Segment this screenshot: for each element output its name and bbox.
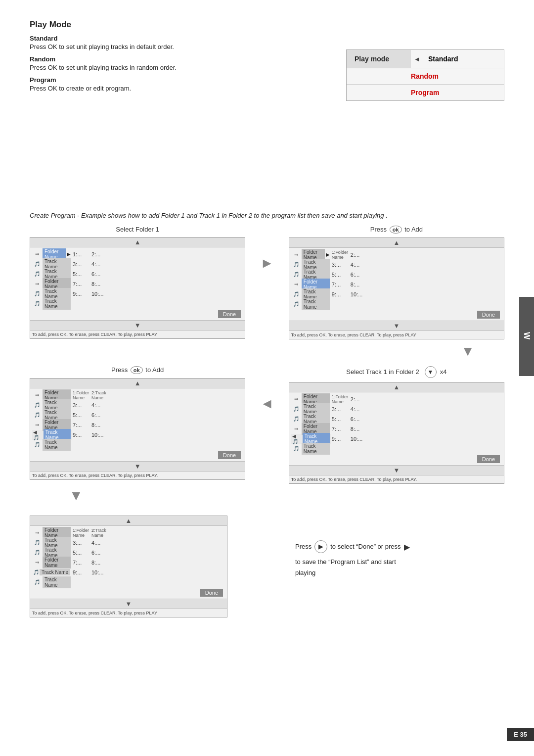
prog-bottom-arrow-3: ▼ xyxy=(30,461,245,471)
music-icon: 🎵 xyxy=(33,271,41,277)
menu-row-program[interactable]: Program xyxy=(347,85,504,100)
prog-footer-1: To add, press OK. To erase, press CLEAR.… xyxy=(30,330,245,338)
prog-box-5: ▲ ⇒ Folder Name 🎵 Track Name 🎵 Track Nam… xyxy=(30,516,227,617)
play-arrow: ▶ xyxy=(404,540,410,554)
prog-footer-3: To add, press OK. To erase, press CLEAR.… xyxy=(30,471,245,479)
list-item: 🎵 Track Name xyxy=(32,567,72,577)
prog-numbers-3: 1:Folder Name2:Track Name 3:...4:... 5:.… xyxy=(72,390,243,450)
select-done-text: to select “Done” or press xyxy=(330,541,400,552)
prog-box-1: ▲ ⇒ Folder Name ▶ 🎵 Track Name 🎵 T xyxy=(30,237,245,339)
list-item: 🎵 Track Name xyxy=(32,259,72,269)
diagram-2: Press ok to Add ▲ ⇒ Folder Name ▶ 🎵 Trac… xyxy=(289,226,504,339)
done-button-1[interactable]: Done xyxy=(218,310,241,318)
prog-footer-4: To add, press OK. To erase, press CLEAR.… xyxy=(289,475,504,483)
triangle-btn: ▶ xyxy=(314,540,327,553)
list-item: 🎵 Track Name xyxy=(32,577,72,587)
prog-top-arrow-5: ▲ xyxy=(30,516,227,526)
music-icon: 🎵 xyxy=(33,402,41,408)
done-button-2[interactable]: Done xyxy=(477,311,500,319)
folder-icon: ⇒ xyxy=(292,396,300,402)
music-icon: 🎵 xyxy=(292,416,300,422)
prog-box-3: ▲ ⇒ Folder Name 🎵 Track Name 🎵 Track Nam… xyxy=(30,378,245,480)
menu-label-play-mode: Play mode xyxy=(347,50,411,68)
diagram-4: Select Track 1 in Folder 2 ▼ x4 ▲ ⇒ Fold… xyxy=(289,366,504,484)
prog-numbers-4: 1:Folder Name2:... 3:...4:... 5:...6:...… xyxy=(331,394,502,454)
diagram-5: ▲ ⇒ Folder Name 🎵 Track Name 🎵 Track Nam… xyxy=(30,516,285,617)
list-item: ⇒ Folder Name xyxy=(32,558,72,567)
prog-top-arrow-2: ▲ xyxy=(289,238,504,248)
prog-bottom-arrow-1: ▼ xyxy=(30,320,245,330)
list-item: 🎵 Track Name xyxy=(32,269,72,279)
list-item: 🎵 Track Name xyxy=(291,414,331,424)
music-icon: 🎵 xyxy=(33,412,41,418)
diagram-1: Select Folder 1 ▲ ⇒ Folder Name ▶ 🎵 Trac… xyxy=(30,226,245,339)
list-item: 🎵 Track Name xyxy=(291,299,331,309)
list-item: 🎵 Track Name xyxy=(32,440,72,450)
done-button-5[interactable]: Done xyxy=(200,589,223,597)
menu-row-play-mode: Play mode ◄ Standard xyxy=(347,50,504,68)
menu-value-standard[interactable]: Standard xyxy=(423,50,463,68)
list-item: 🎵 Track Name xyxy=(32,299,72,309)
sidebar-letter: W xyxy=(522,332,531,340)
folder-icon: ⇒ xyxy=(33,422,41,428)
chevron-btn-4: ▼ xyxy=(425,366,437,378)
prog-left-4: ⇒ Folder Name 🎵 Track Name 🎵 Track Name … xyxy=(291,394,331,454)
done-button-3[interactable]: Done xyxy=(218,451,241,459)
list-item: 🎵 Track Name xyxy=(32,400,72,410)
arrow-left-1: ◄ xyxy=(260,366,274,412)
prog-numbers-1: 1:...2:... 3:...4:... 5:...6:... 7:...8:… xyxy=(72,249,243,309)
music-icon: 🎵 xyxy=(33,550,41,556)
press-label: Press xyxy=(295,541,312,552)
x4-label: x4 xyxy=(440,368,447,376)
play-icon: ◀ 🎵 xyxy=(292,433,302,444)
menu-value-random[interactable]: Random xyxy=(347,68,504,84)
music-icon: 🎵 xyxy=(33,579,41,585)
music-icon: 🎵 xyxy=(292,262,300,268)
example-text: Create Program - Example shows how to ad… xyxy=(30,211,504,221)
list-item: ⇒ Folder Name xyxy=(291,280,331,289)
list-item: 🎵 Track Name xyxy=(291,260,331,270)
prog-bottom-arrow-5: ▼ xyxy=(30,599,227,609)
prog-box-4: ▲ ⇒ Folder Name 🎵 Track Name 🎵 Track Nam… xyxy=(289,382,504,484)
list-item: 🎵 Track Name xyxy=(291,404,331,414)
diagram-1-label: Select Folder 1 xyxy=(30,226,245,233)
ok-btn-2: ok xyxy=(390,226,402,234)
save-text: to save the “Program List” and startplay… xyxy=(295,557,504,578)
music-icon: 🎵 xyxy=(33,442,41,448)
done-button-4[interactable]: Done xyxy=(477,455,500,463)
arrow-down-1: ▼ xyxy=(461,343,475,359)
list-item: 🎵 Track Name xyxy=(291,270,331,280)
sidebar-tab: W xyxy=(519,297,534,376)
music-icon: 🎵 xyxy=(292,446,300,452)
menu-value-program[interactable]: Program xyxy=(347,85,504,100)
list-item: ⇒ Folder Name ▶ xyxy=(32,249,72,259)
list-item: 🎵 Track Name xyxy=(32,410,72,420)
prog-top-arrow-4: ▲ xyxy=(289,382,504,392)
music-icon: 🎵 xyxy=(33,261,41,267)
music-icon: 🎵 xyxy=(33,540,41,546)
prog-top-arrow-1: ▲ xyxy=(30,237,245,247)
music-icon: 🎵 xyxy=(33,569,39,575)
prog-left-1: ⇒ Folder Name ▶ 🎵 Track Name 🎵 Track Nam… xyxy=(32,249,72,309)
list-item: ◀ 🎵 Track Name xyxy=(291,434,331,444)
play-mode-title: Play Mode xyxy=(30,20,504,30)
folder-icon: ⇒ xyxy=(33,281,41,287)
music-icon: 🎵 xyxy=(292,301,300,307)
list-item: 🎵 Track Name xyxy=(32,289,72,299)
folder-icon: ⇒ xyxy=(33,251,41,257)
folder-icon: ⇒ xyxy=(292,252,300,258)
list-item: ⇒ Folder Name xyxy=(291,424,331,434)
menu-row-random[interactable]: Random xyxy=(347,68,504,85)
prog-left-2: ⇒ Folder Name ▶ 🎵 Track Name 🎵 Track Nam… xyxy=(291,250,331,309)
standard-heading: Standard xyxy=(30,35,504,42)
list-item: 🎵 Track Name xyxy=(291,289,331,299)
menu-arrow: ◄ xyxy=(411,55,423,63)
diagram-2-label: Press ok to Add xyxy=(289,226,504,234)
play-mode-menu-box: Play mode ◄ Standard Random Program xyxy=(346,49,504,101)
music-icon: 🎵 xyxy=(33,301,41,307)
music-icon: 🎵 xyxy=(292,406,300,412)
list-item: 🎵 Track Name xyxy=(32,548,72,558)
prog-footer-2: To add, press OK. To erase, press CLEAR.… xyxy=(289,331,504,339)
list-item: ◀ 🎵 Track Name xyxy=(32,430,72,440)
folder-icon: ⇒ xyxy=(33,392,41,398)
